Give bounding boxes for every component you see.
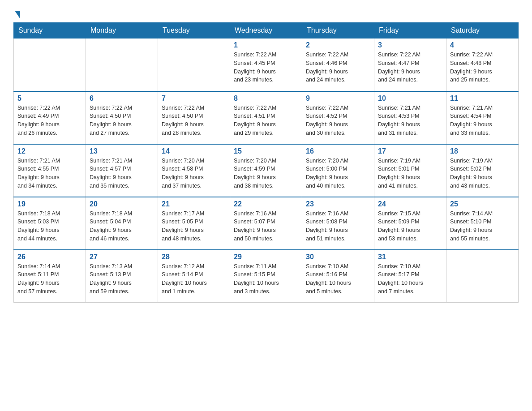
day-number: 23 [306, 200, 370, 208]
day-number: 5 [17, 94, 82, 103]
day-info: Sunrise: 7:20 AM Sunset: 5:00 PM Dayligh… [306, 157, 370, 190]
day-info: Sunrise: 7:22 AM Sunset: 4:49 PM Dayligh… [17, 104, 82, 137]
day-info: Sunrise: 7:22 AM Sunset: 4:50 PM Dayligh… [90, 104, 154, 137]
calendar-cell: 3Sunrise: 7:22 AM Sunset: 4:47 PM Daylig… [374, 39, 446, 91]
day-info: Sunrise: 7:17 AM Sunset: 5:05 PM Dayligh… [162, 210, 226, 243]
day-number: 10 [378, 94, 442, 103]
day-info: Sunrise: 7:22 AM Sunset: 4:48 PM Dayligh… [450, 51, 515, 84]
day-info: Sunrise: 7:18 AM Sunset: 5:03 PM Dayligh… [17, 210, 82, 243]
day-number: 1 [234, 41, 298, 49]
calendar-cell: 21Sunrise: 7:17 AM Sunset: 5:05 PM Dayli… [158, 197, 230, 250]
day-number: 27 [90, 253, 154, 261]
calendar-cell: 4Sunrise: 7:22 AM Sunset: 4:48 PM Daylig… [446, 39, 519, 91]
day-info: Sunrise: 7:20 AM Sunset: 4:59 PM Dayligh… [234, 157, 298, 190]
day-info: Sunrise: 7:11 AM Sunset: 5:15 PM Dayligh… [234, 262, 298, 296]
column-header-thursday: Thursday [302, 23, 374, 39]
day-info: Sunrise: 7:12 AM Sunset: 5:14 PM Dayligh… [162, 262, 226, 296]
column-header-saturday: Saturday [446, 23, 519, 39]
calendar-week-1: 1Sunrise: 7:22 AM Sunset: 4:45 PM Daylig… [14, 39, 519, 91]
day-info: Sunrise: 7:14 AM Sunset: 5:11 PM Dayligh… [17, 262, 82, 296]
day-number: 25 [450, 200, 515, 208]
calendar-cell [158, 39, 230, 91]
calendar-cell: 5Sunrise: 7:22 AM Sunset: 4:49 PM Daylig… [14, 91, 86, 144]
day-number: 18 [450, 147, 515, 155]
day-info: Sunrise: 7:22 AM Sunset: 4:52 PM Dayligh… [306, 104, 370, 137]
calendar-week-4: 19Sunrise: 7:18 AM Sunset: 5:03 PM Dayli… [14, 197, 519, 250]
day-info: Sunrise: 7:20 AM Sunset: 4:58 PM Dayligh… [162, 157, 226, 190]
day-number: 17 [378, 147, 442, 155]
day-info: Sunrise: 7:22 AM Sunset: 4:50 PM Dayligh… [162, 104, 226, 137]
calendar-cell: 22Sunrise: 7:16 AM Sunset: 5:07 PM Dayli… [230, 197, 302, 250]
calendar-week-2: 5Sunrise: 7:22 AM Sunset: 4:49 PM Daylig… [14, 91, 519, 144]
day-info: Sunrise: 7:10 AM Sunset: 5:17 PM Dayligh… [378, 262, 442, 296]
day-number: 22 [234, 200, 298, 208]
column-header-wednesday: Wednesday [230, 23, 302, 39]
calendar-cell: 11Sunrise: 7:21 AM Sunset: 4:54 PM Dayli… [446, 91, 519, 144]
column-header-sunday: Sunday [14, 23, 86, 39]
calendar-table: SundayMondayTuesdayWednesdayThursdayFrid… [13, 22, 519, 303]
calendar-cell: 30Sunrise: 7:10 AM Sunset: 5:16 PM Dayli… [302, 250, 374, 303]
calendar-cell: 17Sunrise: 7:19 AM Sunset: 5:01 PM Dayli… [374, 144, 446, 197]
day-number: 11 [450, 94, 515, 103]
day-info: Sunrise: 7:14 AM Sunset: 5:10 PM Dayligh… [450, 210, 515, 243]
calendar-cell: 15Sunrise: 7:20 AM Sunset: 4:59 PM Dayli… [230, 144, 302, 197]
day-number: 15 [234, 147, 298, 155]
day-info: Sunrise: 7:22 AM Sunset: 4:51 PM Dayligh… [234, 104, 298, 137]
calendar-week-5: 26Sunrise: 7:14 AM Sunset: 5:11 PM Dayli… [14, 250, 519, 303]
day-number: 29 [234, 253, 298, 261]
day-info: Sunrise: 7:22 AM Sunset: 4:46 PM Dayligh… [306, 51, 370, 84]
calendar-cell: 13Sunrise: 7:21 AM Sunset: 4:57 PM Dayli… [86, 144, 158, 197]
calendar-cell [14, 39, 86, 91]
calendar-cell: 8Sunrise: 7:22 AM Sunset: 4:51 PM Daylig… [230, 91, 302, 144]
calendar-cell: 28Sunrise: 7:12 AM Sunset: 5:14 PM Dayli… [158, 250, 230, 303]
day-info: Sunrise: 7:16 AM Sunset: 5:07 PM Dayligh… [234, 210, 298, 243]
calendar-cell: 27Sunrise: 7:13 AM Sunset: 5:13 PM Dayli… [86, 250, 158, 303]
calendar-cell: 18Sunrise: 7:19 AM Sunset: 5:02 PM Dayli… [446, 144, 519, 197]
calendar-cell: 9Sunrise: 7:22 AM Sunset: 4:52 PM Daylig… [302, 91, 374, 144]
calendar-cell: 7Sunrise: 7:22 AM Sunset: 4:50 PM Daylig… [158, 91, 230, 144]
logo [13, 9, 20, 18]
day-info: Sunrise: 7:10 AM Sunset: 5:16 PM Dayligh… [306, 262, 370, 296]
day-number: 20 [90, 200, 154, 208]
calendar-cell: 31Sunrise: 7:10 AM Sunset: 5:17 PM Dayli… [374, 250, 446, 303]
day-info: Sunrise: 7:21 AM Sunset: 4:57 PM Dayligh… [90, 157, 154, 190]
calendar-cell: 29Sunrise: 7:11 AM Sunset: 5:15 PM Dayli… [230, 250, 302, 303]
day-number: 6 [90, 94, 154, 103]
calendar-header-row: SundayMondayTuesdayWednesdayThursdayFrid… [14, 23, 519, 39]
column-header-friday: Friday [374, 23, 446, 39]
day-number: 9 [306, 94, 370, 103]
day-info: Sunrise: 7:22 AM Sunset: 4:45 PM Dayligh… [234, 51, 298, 84]
column-header-monday: Monday [86, 23, 158, 39]
calendar-cell: 2Sunrise: 7:22 AM Sunset: 4:46 PM Daylig… [302, 39, 374, 91]
calendar-cell: 16Sunrise: 7:20 AM Sunset: 5:00 PM Dayli… [302, 144, 374, 197]
day-info: Sunrise: 7:21 AM Sunset: 4:54 PM Dayligh… [450, 104, 515, 137]
calendar-cell [86, 39, 158, 91]
day-number: 30 [306, 253, 370, 261]
day-info: Sunrise: 7:22 AM Sunset: 4:47 PM Dayligh… [378, 51, 442, 84]
calendar-cell: 25Sunrise: 7:14 AM Sunset: 5:10 PM Dayli… [446, 197, 519, 250]
day-number: 2 [306, 41, 370, 49]
calendar-cell: 23Sunrise: 7:16 AM Sunset: 5:08 PM Dayli… [302, 197, 374, 250]
day-number: 28 [162, 253, 226, 261]
day-number: 19 [17, 200, 82, 208]
day-info: Sunrise: 7:16 AM Sunset: 5:08 PM Dayligh… [306, 210, 370, 243]
calendar-cell: 10Sunrise: 7:21 AM Sunset: 4:53 PM Dayli… [374, 91, 446, 144]
day-number: 24 [378, 200, 442, 208]
calendar-cell: 1Sunrise: 7:22 AM Sunset: 4:45 PM Daylig… [230, 39, 302, 91]
day-number: 7 [162, 94, 226, 103]
day-number: 21 [162, 200, 226, 208]
calendar-cell: 26Sunrise: 7:14 AM Sunset: 5:11 PM Dayli… [14, 250, 86, 303]
day-number: 26 [17, 253, 82, 261]
calendar-cell: 6Sunrise: 7:22 AM Sunset: 4:50 PM Daylig… [86, 91, 158, 144]
day-number: 31 [378, 253, 442, 261]
calendar-cell: 12Sunrise: 7:21 AM Sunset: 4:55 PM Dayli… [14, 144, 86, 197]
calendar-cell: 24Sunrise: 7:15 AM Sunset: 5:09 PM Dayli… [374, 197, 446, 250]
day-number: 3 [378, 41, 442, 49]
day-number: 16 [306, 147, 370, 155]
calendar-cell: 14Sunrise: 7:20 AM Sunset: 4:58 PM Dayli… [158, 144, 230, 197]
calendar-cell: 19Sunrise: 7:18 AM Sunset: 5:03 PM Dayli… [14, 197, 86, 250]
calendar-cell: 20Sunrise: 7:18 AM Sunset: 5:04 PM Dayli… [86, 197, 158, 250]
logo-arrow-icon [15, 11, 20, 19]
day-number: 12 [17, 147, 82, 155]
day-info: Sunrise: 7:15 AM Sunset: 5:09 PM Dayligh… [378, 210, 442, 243]
